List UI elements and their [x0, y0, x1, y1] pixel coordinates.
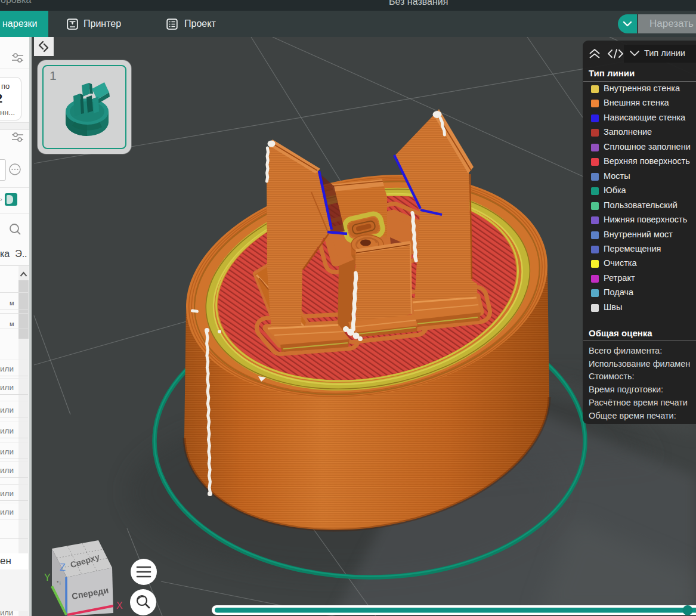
svg-text:*↓: *↓: [57, 580, 61, 586]
svg-text:X: X: [116, 600, 123, 611]
svg-text:Y: Y: [44, 572, 51, 583]
svg-text:Z: Z: [60, 562, 66, 572]
